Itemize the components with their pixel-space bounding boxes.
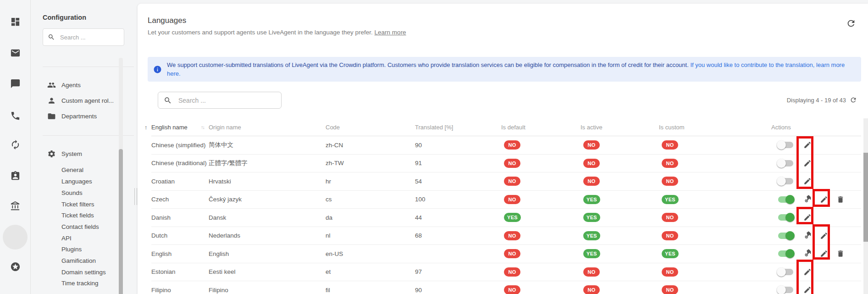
- rail-mail-button[interactable]: [0, 47, 30, 58]
- rail-sync-button[interactable]: [0, 139, 30, 150]
- edit-icon: [820, 195, 828, 204]
- status-badge: NO: [504, 231, 520, 240]
- rail-chat-button[interactable]: [0, 78, 30, 89]
- column-header-english-name[interactable]: ↑English name: [151, 124, 209, 131]
- status-badge: NO: [662, 231, 678, 240]
- empty-slot: [832, 209, 849, 227]
- language-toggle[interactable]: [778, 233, 793, 239]
- sidebar-item-contact-fields[interactable]: Contact fields: [31, 221, 141, 233]
- is-active-cell: YES: [581, 195, 659, 204]
- sidebar-item-ticket-fields[interactable]: Ticket fields: [31, 210, 141, 221]
- translated-cell: 68: [415, 232, 501, 239]
- is-default-cell: NO: [501, 159, 581, 168]
- table-search[interactable]: [158, 92, 282, 109]
- languages-panel: Languages Let your customers and support…: [138, 4, 868, 294]
- empty-slot: [832, 281, 849, 294]
- language-toggle[interactable]: [778, 269, 793, 275]
- delete-icon: [836, 250, 845, 258]
- table-body: Chinese (simplified)简体中文zh-CN90NONONO Ch…: [151, 136, 861, 294]
- origin-name-cell: Hrvatski: [209, 178, 326, 185]
- sidebar-search[interactable]: [43, 28, 124, 46]
- language-toggle[interactable]: [778, 196, 793, 203]
- translated-cell: 97: [415, 268, 501, 275]
- learn-more-link[interactable]: Learn more: [375, 29, 406, 36]
- rail-phone-button[interactable]: [0, 110, 30, 121]
- chat-icon: [10, 78, 21, 89]
- is-active-cell: YES: [581, 213, 659, 222]
- table-scrollbar[interactable]: [863, 118, 868, 294]
- delete-button[interactable]: [832, 191, 849, 209]
- edit-icon: [820, 250, 828, 258]
- language-toggle[interactable]: [778, 214, 793, 221]
- edit-button[interactable]: [816, 191, 832, 209]
- language-toggle[interactable]: [778, 178, 793, 184]
- sidebar-item-api[interactable]: API: [31, 233, 141, 244]
- sidebar-item-sounds[interactable]: Sounds: [31, 187, 141, 199]
- sidebar-item-ticket-filters[interactable]: Ticket filters: [31, 199, 141, 210]
- set-default-button[interactable]: [799, 245, 816, 263]
- app-rail: [0, 0, 30, 294]
- sidebar-search-input[interactable]: [59, 33, 119, 41]
- sidebar-item-custom-agent-rol[interactable]: Custom agent rol...: [31, 93, 141, 108]
- language-toggle[interactable]: [778, 160, 793, 166]
- set-default-button[interactable]: [799, 227, 816, 245]
- status-badge: NO: [504, 140, 520, 150]
- edit-button[interactable]: [799, 281, 816, 294]
- column-header-code: Code: [326, 124, 415, 131]
- rail-dashboard-button[interactable]: [0, 16, 30, 27]
- refresh-button[interactable]: [846, 18, 856, 30]
- table-refresh-button[interactable]: [850, 96, 857, 104]
- is-active-cell: YES: [581, 231, 659, 240]
- origin-name-cell: English: [209, 250, 326, 257]
- edit-button[interactable]: [816, 227, 832, 245]
- english-name-cell: Czech: [151, 196, 209, 203]
- status-badge: NO: [583, 267, 600, 277]
- column-label: Is active: [581, 124, 603, 131]
- rail-contact-card-button[interactable]: [0, 170, 30, 181]
- delete-button[interactable]: [832, 245, 849, 263]
- edit-button[interactable]: [799, 155, 816, 172]
- toggle-knob: [785, 249, 795, 258]
- edit-button[interactable]: [799, 209, 816, 227]
- toggle-knob: [777, 140, 786, 150]
- language-toggle[interactable]: [778, 142, 793, 148]
- sidebar-scrollbar-thumb[interactable]: [119, 149, 123, 294]
- sidebar-item-plugins[interactable]: Plugins: [31, 244, 141, 255]
- sidebar-item-domain-settings[interactable]: Domain settings: [31, 266, 141, 278]
- is-custom-cell: NO: [659, 231, 771, 240]
- sidebar-item-general[interactable]: General: [31, 165, 141, 176]
- edit-button[interactable]: [799, 172, 816, 190]
- column-header-actions: Actions: [771, 124, 861, 131]
- empty-slot: [816, 172, 832, 190]
- toggle-knob: [777, 267, 786, 277]
- empty-slot: [816, 281, 832, 294]
- subtitle-text: Let your customers and support agents us…: [148, 29, 373, 36]
- sidebar-item-departments[interactable]: Departments: [31, 108, 141, 124]
- sidebar-item-system[interactable]: System: [31, 146, 141, 161]
- sidebar-item-agents[interactable]: Agents: [31, 77, 141, 93]
- rail-bank-button[interactable]: [0, 200, 30, 211]
- edit-button[interactable]: [799, 263, 816, 281]
- code-cell: zh-TW: [326, 160, 415, 166]
- sidebar-scrollbar[interactable]: [119, 58, 123, 294]
- rail-star-button[interactable]: [0, 261, 30, 272]
- language-toggle[interactable]: [778, 287, 793, 293]
- table-search-input[interactable]: [177, 96, 276, 105]
- language-toggle[interactable]: [778, 250, 793, 257]
- edit-button[interactable]: [816, 245, 832, 263]
- table-scrollbar-thumb[interactable]: [863, 153, 868, 242]
- status-badge: NO: [662, 177, 678, 186]
- is-custom-cell: NO: [659, 159, 771, 168]
- column-header-origin-name[interactable]: ↑↓Origin name: [209, 124, 326, 131]
- sidebar-item-languages[interactable]: Languages: [31, 176, 141, 187]
- sidebar-item-time-tracking[interactable]: Time tracking: [31, 277, 141, 289]
- set-default-button[interactable]: [799, 191, 816, 209]
- panel-resize-handle[interactable]: [134, 188, 137, 205]
- table-row: Chinese (traditional)正體字/繁體字zh-TW91NONON…: [151, 155, 861, 173]
- edit-button[interactable]: [799, 136, 816, 154]
- sidebar-item-gamification[interactable]: Gamification: [31, 255, 141, 266]
- rail-settings-button[interactable]: [0, 232, 30, 243]
- is-custom-cell: YES: [659, 249, 771, 258]
- code-cell: cs: [326, 196, 415, 203]
- is-active-cell: NO: [581, 159, 659, 168]
